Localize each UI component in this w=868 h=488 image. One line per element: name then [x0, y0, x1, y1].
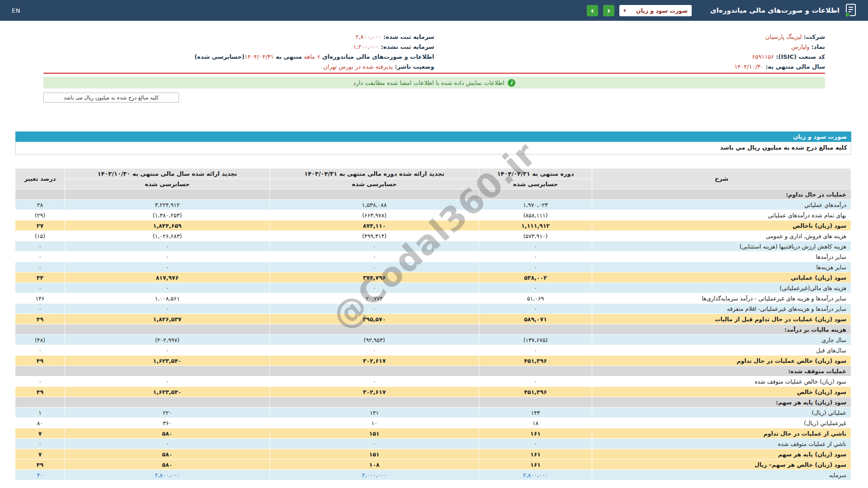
- value-pct-change: ۷: [15, 428, 65, 439]
- statement-title-bar: صورت سود و زیان: [15, 131, 851, 142]
- value-prior-period[interactable]: ۲,۰۰۰,۰۰۰: [270, 470, 479, 480]
- value-prior-year: ۰: [65, 241, 270, 252]
- value-prior-year[interactable]: ۲,۸۰۰,۰۰۰: [65, 470, 270, 480]
- registered-capital-row: سرمایه ثبت شده: ۲,۸۰۰,۰۰۰: [43, 32, 434, 42]
- value-prior-period: (۶۶۳,۹۷۸): [270, 210, 479, 221]
- value-prior-period: ۰: [270, 252, 479, 262]
- value-current-period: ۰: [479, 241, 592, 252]
- column-header-current-period: دوره منتهی به ۱۴۰۴/۰۴/۳۱: [479, 169, 592, 179]
- value-prior-period: ۰: [270, 345, 479, 356]
- value-prior-year: [65, 397, 270, 408]
- period-suffix: (حسابرسی شده): [194, 53, 245, 60]
- audited-label-current: حسابرسی شده: [479, 179, 592, 189]
- row-label: سود (زیان) عملیات در حال تداوم قبل از ما…: [592, 314, 851, 324]
- row-label: درآمدهاي عملیاتي: [592, 200, 851, 210]
- table-row: سایر هزینه‌ها۰۰۰۰: [15, 262, 851, 272]
- value-current-period: ۰: [479, 345, 592, 356]
- value-prior-year: ۰: [65, 439, 270, 449]
- row-label: سود (زيان) عملیاتي: [592, 272, 851, 283]
- next-statement-button[interactable]: ›: [587, 5, 598, 16]
- language-toggle-en[interactable]: EN: [12, 7, 20, 14]
- value-current-period: ۱,۱۱۱,۹۱۲: [479, 221, 592, 231]
- statement-unit-note: کلیه مبالغ درج شده به میلیون ریال مي باش…: [15, 142, 851, 155]
- value-pct-change: ۷: [15, 449, 65, 460]
- publisher-status-row: وضعیت ناشر: پذیرفته شده در بورس تهران: [43, 62, 434, 72]
- value-prior-year: ۳۶۰: [65, 418, 270, 428]
- top-header-bar: اطلاعات و صورت‌های مالی میاندوره‌ای صورت…: [0, 0, 868, 21]
- value-prior-period: ۸۷۴,۱۱۰: [270, 221, 479, 231]
- value-prior-year: ۳,۲۲۴,۹۱۲: [65, 200, 270, 210]
- value-current-period[interactable]: ۲,۸۰۰,۰۰۰: [479, 470, 592, 480]
- value-pct-change: ۸۰: [15, 418, 65, 428]
- value-pct-change: ۰: [15, 283, 65, 293]
- row-label: سایر درآمدها: [592, 252, 851, 262]
- statement-rows: عملیات در حال تداوم:درآمدهاي عملیاتي۱,۹۷…: [15, 189, 851, 480]
- statement-section: صورت سود و زیان کلیه مبالغ درج شده به می…: [15, 131, 851, 480]
- table-row: سود (زيان) عملیاتي۵۳۸,۰۰۲۳۷۴,۷۹۶۸۱۷,۹۷۶۴…: [15, 272, 851, 283]
- value-current-period: [479, 366, 592, 376]
- value-prior-year: ۵۸۰: [65, 460, 270, 470]
- row-label: سرمایه: [592, 470, 851, 480]
- value-prior-period: [270, 324, 479, 335]
- value-pct-change: [15, 189, 65, 200]
- row-label: ناشي از عملیات در حال تداوم: [592, 428, 851, 439]
- value-pct-change: [15, 324, 65, 335]
- period-months: ۶ ماهه: [304, 53, 320, 60]
- row-label: بهای تمام شده درآمدهای عملیاتی: [592, 210, 851, 221]
- value-prior-period: ۰: [270, 241, 479, 252]
- isic-row: کد صنعت (ISIC): ۶۵۹۱۱۵۶: [434, 52, 826, 62]
- value-current-period: ۵۳۸,۰۰۲: [479, 272, 592, 283]
- value-prior-year: ۰: [65, 283, 270, 293]
- value-prior-year: [65, 324, 270, 335]
- table-row: غیرعملیاتي (ریال)۱۸۱۰۳۶۰۸۰: [15, 418, 851, 428]
- unit-note-wrapper: کلیه مبالغ درج شده به میلیون ریال می باش…: [43, 93, 825, 103]
- table-row: بهای تمام شده درآمدهای عملیاتی(۸۵۸,۱۱۱)(…: [15, 210, 851, 221]
- row-label: غیرعملیاتي (ریال): [592, 418, 851, 428]
- period-row: اطلاعات و صورت‌های مالی میاندوره‌ای ۶ ما…: [43, 52, 434, 62]
- unregistered-capital-value: ۱,۲۰۰,۰۰۰: [353, 43, 379, 50]
- value-pct-change: ۰: [15, 304, 65, 314]
- value-pct-change: ۰: [15, 345, 65, 356]
- isic-label: کد صنعت (ISIC):: [776, 53, 825, 60]
- publisher-status-value: پذیرفته شده در بورس تهران: [323, 63, 393, 70]
- value-pct-change: ۰: [15, 241, 65, 252]
- value-current-period: ۱۶۱: [479, 428, 592, 439]
- value-prior-period: ۳۰۲,۶۱۷: [270, 387, 479, 397]
- isic-value: ۶۵۹۱۱۵۶: [752, 53, 774, 60]
- report-type-dropdown[interactable]: صورت سود و زیان ▾: [619, 5, 692, 16]
- table-row: هزینه های مالی(غیرعملیاتی)۰۰۰۰: [15, 283, 851, 293]
- value-pct-change: ۲۷: [15, 221, 65, 231]
- value-pct-change: ۴۹: [15, 387, 65, 397]
- value-current-period: ۰: [479, 283, 592, 293]
- value-prior-year: ۰: [65, 262, 270, 272]
- value-current-period: ۴۵۱,۳۹۶: [479, 387, 592, 397]
- value-current-period: [479, 189, 592, 200]
- value-pct-change: [15, 366, 65, 376]
- value-prior-year: ۰: [65, 345, 270, 356]
- value-prior-year: ۸۱۷,۹۷۶: [65, 272, 270, 283]
- value-prior-year: (۱,۰۲۶,۶۸۳): [65, 231, 270, 241]
- prev-statement-button[interactable]: ‹: [603, 5, 614, 16]
- value-current-period: (۸۵۸,۱۱۱): [479, 210, 592, 221]
- value-prior-year: [65, 189, 270, 200]
- value-prior-year: ۱,۸۴۴,۶۵۹: [65, 221, 270, 231]
- table-row: سال جاری(۱۳۷,۶۷۵)(۹۲,۹۵۳)(۲۰۲,۹۹۷)(۴۸): [15, 335, 851, 345]
- value-prior-period: (۴۹۹,۳۱۴): [270, 231, 479, 241]
- column-header-description: شرح: [592, 169, 851, 189]
- value-prior-year: [65, 366, 270, 376]
- table-row: سایر درآمدها۰۰۰۰: [15, 252, 851, 262]
- value-pct-change[interactable]: ۴۰: [15, 470, 65, 480]
- registered-capital-value: ۲,۸۰۰,۰۰۰: [355, 33, 381, 40]
- row-label: سود (زیان) پایه هر سهم: [592, 449, 851, 460]
- value-pct-change: ۴۹: [15, 460, 65, 470]
- section-row: عملیات در حال تداوم:: [15, 189, 851, 200]
- value-prior-period: [270, 366, 479, 376]
- table-row: هزینه کاهش ارزش دریافتنیها (هزینه استثنا…: [15, 241, 851, 252]
- value-pct-change: [15, 397, 65, 408]
- value-current-period: ۰: [479, 252, 592, 262]
- unregistered-capital-label: سرمایه ثبت نشده:: [381, 43, 434, 50]
- value-prior-year: (۱,۳۸۰,۲۵۳): [65, 210, 270, 221]
- value-prior-year: ۵۸۰: [65, 449, 270, 460]
- table-row: سود (زیان) خالص عملیات متوقف شده۰۰۰۰: [15, 376, 851, 387]
- value-prior-period: ۰: [270, 304, 479, 314]
